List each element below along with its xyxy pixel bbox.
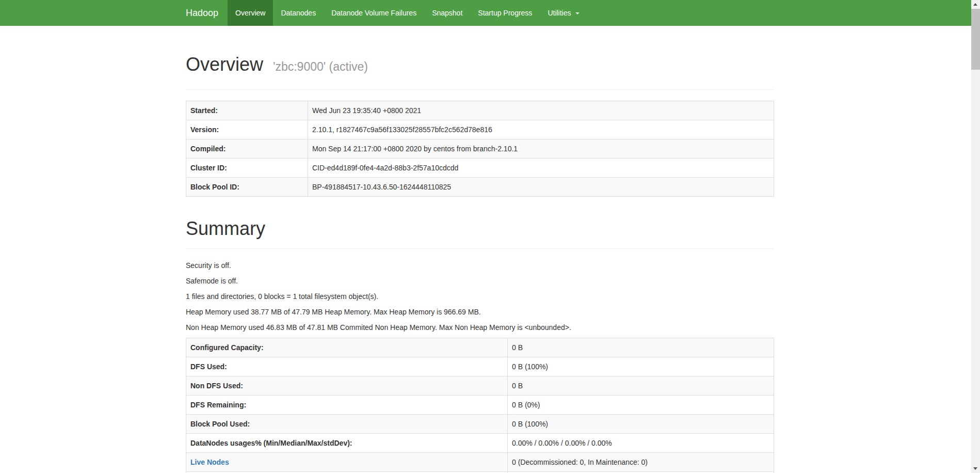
namenode-address: 'zbc:9000' (active) <box>273 60 368 73</box>
row-value: 0 (Decommissioned: 0, In Maintenance: 0) <box>508 453 774 472</box>
nav-tab-utilities-label: Utilities <box>548 9 571 17</box>
summary-info-table: Configured Capacity: 0 B DFS Used: 0 B (… <box>186 338 774 473</box>
table-row: Live Nodes 0 (Decommissioned: 0, In Main… <box>186 453 774 472</box>
scroll-down-button[interactable] <box>971 464 980 473</box>
navbar-inner: Hadoop Overview Datanodes Datanode Volum… <box>186 0 980 26</box>
scroll-up-button[interactable] <box>971 0 980 9</box>
row-value: 0 B (0%) <box>508 396 774 415</box>
row-value: 2.10.1, r1827467c9a56f133025f28557bfc2c5… <box>308 120 774 139</box>
scrollbar-thumb[interactable] <box>971 9 980 70</box>
nav-tab-datanode-volume-failures-label: Datanode Volume Failures <box>331 9 416 17</box>
row-value: 0.00% / 0.00% / 0.00% / 0.00% <box>508 434 774 453</box>
row-label: Cluster ID: <box>186 159 308 178</box>
table-row: Version: 2.10.1, r1827467c9a56f133025f28… <box>186 120 774 139</box>
main-content: Overview 'zbc:9000' (active) Started: We… <box>186 54 774 473</box>
nav-tab-datanode-volume-failures[interactable]: Datanode Volume Failures <box>324 0 424 26</box>
nav-tab-startup-progress-label: Startup Progress <box>478 9 532 17</box>
nav-tab-datanodes-label: Datanodes <box>281 9 316 17</box>
table-row: DFS Remaining: 0 B (0%) <box>186 396 774 415</box>
row-label: Non DFS Used: <box>186 376 508 396</box>
scroll-up-arrow-icon <box>973 3 977 6</box>
nav-tab-overview[interactable]: Overview <box>228 0 273 26</box>
row-label: DFS Used: <box>186 357 508 376</box>
table-row: DFS Used: 0 B (100%) <box>186 357 774 376</box>
overview-info-table: Started: Wed Jun 23 19:35:40 +0800 2021 … <box>186 101 774 197</box>
summary-status-block: Security is off. Safemode is off. 1 file… <box>186 249 774 333</box>
row-value: 0 B (100%) <box>508 415 774 434</box>
security-status: Security is off. <box>186 260 774 271</box>
filesystem-objects-status: 1 files and directories, 0 blocks = 1 to… <box>186 291 774 302</box>
heap-memory-status: Heap Memory used 38.77 MB of 47.79 MB He… <box>186 307 774 317</box>
row-value: 0 B <box>508 376 774 396</box>
table-row: DataNodes usages% (Min/Median/Max/stdDev… <box>186 434 774 453</box>
table-row: Block Pool Used: 0 B (100%) <box>186 415 774 434</box>
table-row: Cluster ID: CID-ed4d189f-0fe4-4a2d-88b3-… <box>186 159 774 178</box>
non-heap-memory-status: Non Heap Memory used 46.83 MB of 47.81 M… <box>186 322 774 333</box>
row-value: 0 B <box>508 338 774 357</box>
row-value: 0 B (100%) <box>508 357 774 376</box>
nav-tab-utilities[interactable]: Utilities <box>540 0 587 26</box>
hadoop-brand-link[interactable]: Hadoop <box>186 0 228 26</box>
nav-tab-overview-label: Overview <box>235 9 265 17</box>
chevron-down-icon <box>575 12 580 14</box>
summary-title: Summary <box>186 218 774 239</box>
nav-tab-snapshot[interactable]: Snapshot <box>424 0 470 26</box>
table-row: Started: Wed Jun 23 19:35:40 +0800 2021 <box>186 101 774 120</box>
row-value: Wed Jun 23 19:35:40 +0800 2021 <box>308 101 774 120</box>
row-label: Compiled: <box>186 139 308 159</box>
nav-tab-datanodes[interactable]: Datanodes <box>273 0 324 26</box>
page-title-text: Overview <box>186 54 263 75</box>
nav-menu: Overview Datanodes Datanode Volume Failu… <box>228 0 587 26</box>
row-label: Live Nodes <box>186 453 508 472</box>
hadoop-namenode-page: Hadoop Overview Datanodes Datanode Volum… <box>0 0 980 473</box>
safemode-status: Safemode is off. <box>186 276 774 286</box>
row-label: Started: <box>186 101 308 120</box>
summary-header: Summary <box>186 218 774 249</box>
row-label: DFS Remaining: <box>186 396 508 415</box>
overview-header: Overview 'zbc:9000' (active) <box>186 54 774 90</box>
nav-tab-startup-progress[interactable]: Startup Progress <box>470 0 540 26</box>
top-navbar: Hadoop Overview Datanodes Datanode Volum… <box>0 0 980 26</box>
page-title: Overview 'zbc:9000' (active) <box>186 54 774 77</box>
table-row: Block Pool ID: BP-491884517-10.43.6.50-1… <box>186 178 774 197</box>
nav-tab-snapshot-label: Snapshot <box>432 9 462 17</box>
scroll-down-arrow-icon <box>973 467 977 470</box>
row-label: Version: <box>186 120 308 139</box>
row-label: Configured Capacity: <box>186 338 508 357</box>
table-row: Non DFS Used: 0 B <box>186 376 774 396</box>
row-value: CID-ed4d189f-0fe4-4a2d-88b3-2f57a10cdcdd <box>308 159 774 178</box>
row-label: DataNodes usages% (Min/Median/Max/stdDev… <box>186 434 508 453</box>
table-row: Configured Capacity: 0 B <box>186 338 774 357</box>
table-row: Compiled: Mon Sep 14 21:17:00 +0800 2020… <box>186 139 774 159</box>
row-label: Block Pool Used: <box>186 415 508 434</box>
row-label: Block Pool ID: <box>186 178 308 197</box>
live-nodes-link[interactable]: Live Nodes <box>190 458 229 466</box>
row-value: Mon Sep 14 21:17:00 +0800 2020 by centos… <box>308 139 774 159</box>
row-value: BP-491884517-10.43.6.50-1624448110825 <box>308 178 774 197</box>
vertical-scrollbar[interactable] <box>971 0 980 473</box>
